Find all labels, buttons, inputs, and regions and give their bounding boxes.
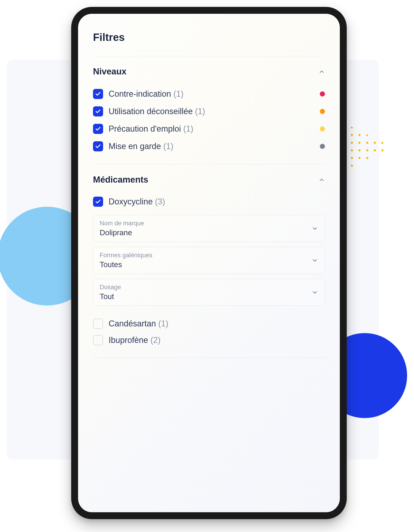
check-icon xyxy=(95,108,101,114)
medication-ibuprofene[interactable]: Ibuprofène (2) xyxy=(93,332,325,349)
chevron-down-icon xyxy=(311,289,318,296)
check-icon xyxy=(95,199,101,205)
phone-screen: Filtres Niveaux Contre-indication (1) xyxy=(78,14,340,512)
checkbox-candesartan[interactable] xyxy=(93,319,103,329)
medication-doxycycline[interactable]: Doxycycline (3) xyxy=(93,193,325,210)
section-levels: Niveaux Contre-indication (1) xyxy=(93,56,325,164)
select-brand-name[interactable]: Nom de marque Doliprane xyxy=(93,215,325,242)
checkbox-utilisation-deconseillee[interactable] xyxy=(93,106,103,116)
section-title-medications: Médicaments xyxy=(93,175,148,185)
checkbox-mise-en-garde[interactable] xyxy=(93,141,103,151)
panel-title: Filtres xyxy=(93,31,325,43)
select-dosage[interactable]: Dosage Tout xyxy=(93,279,325,306)
select-label: Dosage xyxy=(100,284,121,291)
select-value: Doliprane xyxy=(100,228,144,237)
filter-label: Mise en garde (1) xyxy=(109,142,314,151)
select-value: Toutes xyxy=(100,260,152,269)
filter-row-contre-indication[interactable]: Contre-indication (1) xyxy=(93,85,325,103)
checkbox-contre-indication[interactable] xyxy=(93,89,103,99)
filter-row-precaution-emploi[interactable]: Précaution d'emploi (1) xyxy=(93,120,325,138)
chevron-up-icon xyxy=(319,177,325,183)
phone-frame: Filtres Niveaux Contre-indication (1) xyxy=(71,7,347,519)
divider xyxy=(93,358,325,358)
medication-label: Ibuprofène (2) xyxy=(109,335,325,345)
checkbox-precaution-emploi[interactable] xyxy=(93,124,103,134)
chevron-down-icon xyxy=(311,257,318,264)
filter-label: Contre-indication (1) xyxy=(109,89,314,99)
check-icon xyxy=(95,91,101,97)
medication-label: Doxycycline (3) xyxy=(109,197,325,207)
checkbox-doxycycline[interactable] xyxy=(93,197,103,207)
section-medications: Médicaments Doxycycline (3) Nom de marqu… xyxy=(93,164,325,358)
check-icon xyxy=(95,126,101,132)
check-icon xyxy=(95,143,101,149)
section-header-medications[interactable]: Médicaments xyxy=(93,175,325,185)
chevron-down-icon xyxy=(311,225,318,232)
select-value: Tout xyxy=(100,292,121,301)
status-dot-pink xyxy=(320,91,325,96)
medication-candesartan[interactable]: Candésartan (1) xyxy=(93,315,325,332)
select-label: Formes galéniques xyxy=(100,252,152,259)
section-title-levels: Niveaux xyxy=(93,66,127,76)
filter-label: Précaution d'emploi (1) xyxy=(109,124,314,134)
checkbox-ibuprofene[interactable] xyxy=(93,335,103,345)
select-label: Nom de marque xyxy=(100,220,144,227)
filter-row-mise-en-garde[interactable]: Mise en garde (1) xyxy=(93,138,325,155)
section-header-levels[interactable]: Niveaux xyxy=(93,66,325,76)
filter-row-utilisation-deconseillee[interactable]: Utilisation déconseillée (1) xyxy=(93,103,325,120)
medication-label: Candésartan (1) xyxy=(109,319,325,328)
filter-label: Utilisation déconseillée (1) xyxy=(109,107,314,116)
chevron-up-icon xyxy=(319,68,325,75)
status-dot-orange xyxy=(320,109,325,114)
status-dot-grey xyxy=(320,144,325,149)
select-galenic-forms[interactable]: Formes galéniques Toutes xyxy=(93,247,325,274)
status-dot-yellow xyxy=(320,126,325,131)
